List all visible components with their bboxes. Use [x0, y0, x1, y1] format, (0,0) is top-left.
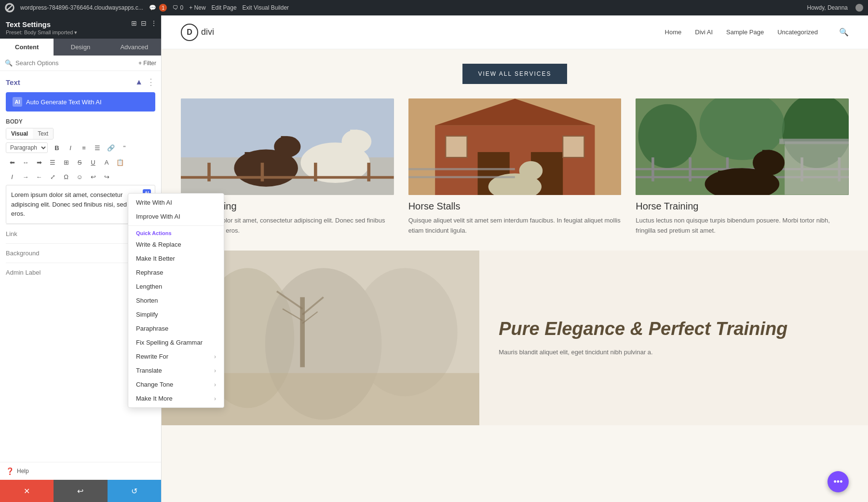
rephrase-item[interactable]: Rephrase — [128, 265, 224, 279]
exit-builder-link[interactable]: Exit Visual Builder — [243, 4, 289, 11]
save-button[interactable]: ↺ — [108, 480, 161, 502]
svg-rect-37 — [651, 157, 654, 181]
section-more-button[interactable]: ⋮ — [147, 77, 155, 87]
cancel-button[interactable]: ✕ — [0, 480, 54, 502]
visual-tab[interactable]: Visual — [6, 128, 33, 139]
unordered-list-button[interactable]: ≡ — [78, 141, 90, 154]
svg-rect-27 — [517, 176, 526, 195]
rewrite-for-arrow: › — [214, 353, 216, 360]
collapse-button[interactable]: ▲ — [135, 78, 143, 86]
panel-icon-columns[interactable]: ⊟ — [141, 19, 147, 27]
left-panel: ⊞ ⊟ ⋮ Text Settings Preset: Body Small i… — [0, 15, 162, 502]
change-tone-item[interactable]: Change Tone › — [128, 377, 224, 391]
svg-rect-47 — [762, 150, 771, 168]
italic-button[interactable]: I — [64, 141, 77, 154]
service-image-1 — [181, 98, 394, 195]
tab-advanced[interactable]: Advanced — [108, 39, 161, 56]
search-icon-nav[interactable]: 🔍 — [839, 28, 849, 37]
tab-design[interactable]: Design — [54, 39, 107, 56]
help-link[interactable]: Help — [17, 468, 29, 474]
rewrite-for-item[interactable]: Rewrite For › — [128, 349, 224, 363]
panel-footer: ❓ Help — [0, 462, 161, 480]
make-more-item[interactable]: Make It More › — [128, 391, 224, 405]
svg-rect-7 — [281, 136, 287, 152]
site-nav-links: Home Divi AI Sample Page Uncategorized 🔍 — [665, 28, 849, 37]
editor-toolbar-alignment: ⬅ ↔ ➡ ☰ ⊞ S U A 📋 — [6, 156, 155, 168]
nav-home[interactable]: Home — [665, 28, 682, 36]
translate-item[interactable]: Translate › — [128, 363, 224, 377]
editor-content: Lorem ipsum dolor sit amet, consectetur … — [11, 191, 147, 217]
emoji-button[interactable]: ☺ — [73, 170, 86, 183]
ai-generate-button[interactable]: AI Auto Generate Text With AI — [6, 92, 155, 112]
blockquote-button[interactable]: " — [118, 141, 131, 154]
context-menu: Write With AI Improve With AI Quick Acti… — [128, 193, 224, 408]
improve-with-ai-item[interactable]: Improve With AI — [128, 209, 224, 223]
site-nav: D divi Home Divi AI Sample Page Uncatego… — [162, 15, 868, 49]
site-name-link[interactable]: wordpress-784896-3766464.cloudwaysapps.c… — [20, 4, 143, 11]
nav-sample-page[interactable]: Sample Page — [726, 28, 764, 36]
write-replace-item[interactable]: Write & Replace — [128, 237, 224, 251]
paragraph-select[interactable]: Paragraph — [6, 142, 48, 153]
align-left-button[interactable]: ⬅ — [6, 156, 18, 168]
edit-page-link[interactable]: Edit Page — [212, 4, 237, 11]
write-with-ai-label: Write With AI — [136, 199, 172, 206]
nav-divi-ai[interactable]: Divi AI — [695, 28, 713, 36]
new-link[interactable]: + New — [189, 4, 205, 11]
outdent-button[interactable]: ← — [33, 170, 45, 183]
view-all-services-button[interactable]: VIEW ALL SERVICES — [462, 64, 567, 84]
paraphrase-item[interactable]: Paraphrase — [128, 321, 224, 335]
align-right-button[interactable]: ➡ — [33, 156, 45, 168]
svg-rect-45 — [747, 171, 757, 195]
quick-actions-label: Quick Actions — [128, 228, 224, 237]
align-center-button[interactable]: ↔ — [19, 156, 32, 168]
wp-logo-icon[interactable] — [5, 3, 14, 13]
ordered-list-button[interactable]: ☰ — [91, 141, 104, 154]
write-with-ai-item[interactable]: Write With AI — [128, 195, 224, 209]
svg-rect-23 — [446, 136, 467, 157]
svg-point-32 — [638, 104, 697, 168]
improve-with-ai-label: Improve With AI — [136, 213, 180, 220]
svg-rect-49 — [779, 139, 849, 144]
editor-toolbar-extra: I → ← ⤢ Ω ☺ ↩ ↪ — [6, 170, 155, 183]
italic-extra-button[interactable]: I — [6, 170, 18, 183]
strikethrough-button[interactable]: S — [73, 156, 86, 168]
nav-uncategorized[interactable]: Uncategorized — [777, 28, 818, 36]
table-button[interactable]: ⊞ — [60, 156, 72, 168]
panel-icon-more[interactable]: ⋮ — [150, 19, 157, 27]
hero-btn-area: VIEW ALL SERVICES — [162, 49, 868, 89]
howdy-text: Howdy, Deanna — [807, 4, 848, 11]
main-wrapper: ⊞ ⊟ ⋮ Text Settings Preset: Body Small i… — [0, 15, 868, 502]
paste-button[interactable]: 📋 — [114, 156, 126, 168]
translate-arrow: › — [214, 367, 216, 374]
fab-button[interactable]: ••• — [827, 471, 849, 492]
make-better-item[interactable]: Make It Better — [128, 251, 224, 265]
chat-link[interactable]: 🗨 0 — [173, 4, 183, 11]
panel-header-icons: ⊞ ⊟ ⋮ — [131, 19, 157, 27]
undo-button[interactable]: ↩ — [87, 170, 99, 183]
bold-button[interactable]: B — [51, 141, 63, 154]
service-card-3: Horse Training Luctus lectus non quisque… — [636, 98, 849, 236]
underline-button[interactable]: U — [87, 156, 99, 168]
fix-spelling-item[interactable]: Fix Spelling & Grammar — [128, 335, 224, 349]
comments-link[interactable]: 💬 1 — [149, 4, 167, 12]
undo-button[interactable]: ↩ — [54, 480, 107, 502]
text-color-button[interactable]: A — [100, 156, 113, 168]
text-section-heading: Text ▲ ⋮ — [6, 77, 155, 87]
redo-button[interactable]: ↪ — [100, 170, 113, 183]
simplify-item[interactable]: Simplify — [128, 307, 224, 321]
search-input[interactable] — [15, 59, 136, 67]
fullscreen-button[interactable]: ⤢ — [46, 170, 59, 183]
text-tab[interactable]: Text — [33, 128, 53, 139]
shorten-item[interactable]: Shorten — [128, 293, 224, 307]
omega-button[interactable]: Ω — [60, 170, 72, 183]
svg-rect-29 — [408, 168, 515, 170]
lengthen-item[interactable]: Lengthen — [128, 279, 224, 293]
link-button[interactable]: 🔗 — [105, 141, 117, 154]
indent-button[interactable]: → — [19, 170, 32, 183]
tab-content[interactable]: Content — [0, 39, 54, 56]
filter-button[interactable]: + Filter — [138, 60, 156, 67]
justify-button[interactable]: ☰ — [46, 156, 59, 168]
panel-preset[interactable]: Preset: Body Small imported ▾ — [6, 29, 155, 36]
panel-icon-copy[interactable]: ⊞ — [131, 19, 137, 27]
site-logo: D divi — [181, 24, 214, 41]
